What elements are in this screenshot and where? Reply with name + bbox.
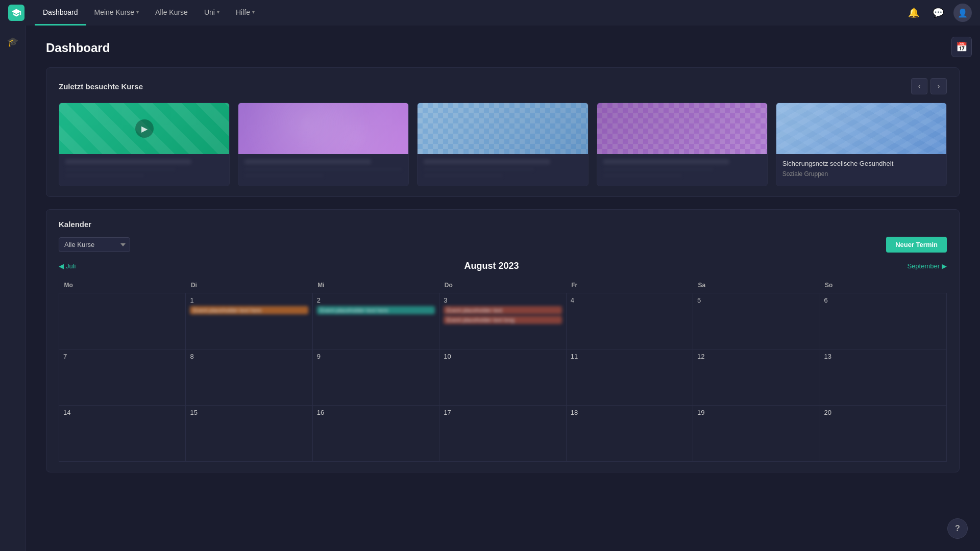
day-num-2: 2 (317, 296, 435, 304)
course-name-5: Sicherungsnetz seelische Gesundheit (782, 159, 940, 168)
topnav-right: 🔔 💬 👤 (904, 4, 972, 22)
day-7[interactable]: 7 (59, 349, 186, 406)
course-name-blur-1 (65, 159, 191, 164)
calendar-week-1: 1 Event placeholder text here 2 Event pl… (59, 293, 947, 349)
courses-next-button[interactable]: › (930, 78, 947, 94)
calendar-controls: Alle KurseMeine Kurse Neuer Termin (59, 237, 947, 253)
courses-prev-button[interactable]: ‹ (911, 78, 927, 94)
day-num-16: 16 (317, 409, 435, 416)
day-num-4: 4 (571, 296, 689, 304)
day-11[interactable]: 11 (566, 349, 693, 406)
new-event-button[interactable]: Neuer Termin (886, 237, 947, 253)
nav-dashboard[interactable]: Dashboard (35, 0, 86, 26)
day-6[interactable]: 6 (820, 293, 946, 349)
graduation-icon: 🎓 (7, 36, 18, 47)
day-num-9: 9 (317, 353, 435, 360)
day-4[interactable]: 4 (566, 293, 693, 349)
col-so: So (820, 278, 946, 293)
calendar-week-2: 7 8 9 10 11 (59, 349, 947, 406)
user-avatar-icon: 👤 (958, 8, 968, 18)
day-3[interactable]: 3 Event placeholder text Event placehold… (439, 293, 566, 349)
day-num-18: 18 (571, 409, 689, 416)
day-num-15: 15 (190, 409, 308, 416)
day-9[interactable]: 9 (312, 349, 439, 406)
top-navigation: Dashboard Meine Kurse ▾ Alle Kurse Uni ▾… (0, 0, 980, 26)
col-fr: Fr (566, 278, 693, 293)
calendar-title: Kalender (59, 220, 91, 229)
day-5[interactable]: 5 (693, 293, 820, 349)
day-num-1: 1 (190, 296, 308, 304)
cal-event-3-2: Event placeholder text long (444, 316, 561, 324)
fab-calendar-button[interactable]: 📅 (951, 37, 972, 57)
day-empty[interactable] (59, 293, 186, 349)
recently-visited-title: Zuletzt besuchte Kurse (59, 82, 143, 91)
calendar-icon: 📅 (956, 41, 967, 53)
app-logo[interactable] (8, 5, 24, 21)
course-sub-blur2-2 (244, 173, 324, 178)
course-info-3 (418, 154, 587, 186)
day-16[interactable]: 16 (312, 406, 439, 462)
cal-event-1-1: Event placeholder text here (190, 306, 308, 314)
nav-meine-kurse[interactable]: Meine Kurse ▾ (86, 0, 148, 26)
col-mi: Mi (312, 278, 439, 293)
notification-button[interactable]: 🔔 (904, 4, 923, 22)
calendar-course-filter[interactable]: Alle KurseMeine Kurse (59, 237, 130, 252)
cal-event-3-1: Event placeholder text (444, 306, 561, 314)
nav-hilfe[interactable]: Hilfe ▾ (228, 0, 263, 26)
sidebar-graduation-button[interactable]: 🎓 (3, 32, 23, 52)
day-17[interactable]: 17 (439, 406, 566, 462)
day-num-7: 7 (63, 353, 181, 360)
day-1[interactable]: 1 Event placeholder text here (186, 293, 312, 349)
section-header: Zuletzt besuchte Kurse ‹ › (59, 78, 947, 94)
day-18[interactable]: 18 (566, 406, 693, 462)
day-13[interactable]: 13 (820, 349, 946, 406)
prev-arrow-icon: ◀ (59, 262, 64, 270)
day-15[interactable]: 15 (186, 406, 312, 462)
course-card-2[interactable] (238, 103, 409, 186)
day-num-12: 12 (697, 353, 815, 360)
day-8[interactable]: 8 (186, 349, 312, 406)
day-num-14: 14 (63, 409, 181, 416)
course-thumb-5 (776, 103, 946, 154)
course-card-5[interactable]: Sicherungsnetz seelische Gesundheit Sozi… (776, 103, 947, 186)
day-num-19: 19 (697, 409, 815, 416)
prev-month-link[interactable]: ◀ Juli (59, 262, 76, 270)
day-num-6: 6 (824, 296, 942, 304)
day-2[interactable]: 2 Event placeholder text here (312, 293, 439, 349)
nav-alle-kurse[interactable]: Alle Kurse (147, 0, 196, 26)
calendar-month-title: August 2023 (76, 261, 908, 271)
day-num-20: 20 (824, 409, 942, 416)
day-12[interactable]: 12 (693, 349, 820, 406)
calendar-header-row: Mo Di Mi Do Fr Sa So (59, 278, 947, 293)
course-thumb-2 (238, 103, 408, 154)
bell-icon: 🔔 (908, 7, 919, 18)
recently-visited-section: Zuletzt besuchte Kurse ‹ › ▶ (46, 67, 960, 197)
course-thumb-1: ▶ (59, 103, 229, 154)
course-nav-arrows: ‹ › (911, 78, 947, 94)
day-num-13: 13 (824, 353, 942, 360)
nav-links: Dashboard Meine Kurse ▾ Alle Kurse Uni ▾… (35, 0, 904, 26)
course-card-1[interactable]: ▶ (59, 103, 230, 186)
day-10[interactable]: 10 (439, 349, 566, 406)
col-sa: Sa (693, 278, 820, 293)
course-sub-blur-2 (244, 167, 402, 171)
user-avatar-button[interactable]: 👤 (953, 4, 972, 22)
day-20[interactable]: 20 (820, 406, 946, 462)
day-num-10: 10 (444, 353, 561, 360)
nav-uni[interactable]: Uni ▾ (196, 0, 228, 26)
course-sub-blur2-4 (603, 173, 682, 178)
play-icon-1: ▶ (135, 119, 154, 138)
col-mo: Mo (59, 278, 186, 293)
next-month-link[interactable]: September ▶ (907, 262, 947, 270)
course-card-4[interactable] (597, 103, 768, 186)
main-content: Dashboard Zuletzt besuchte Kurse ‹ › ▶ (26, 26, 980, 551)
day-num-11: 11 (571, 353, 689, 360)
day-14[interactable]: 14 (59, 406, 186, 462)
fab-help-button[interactable]: ? (947, 518, 968, 539)
course-sub-blur2-3 (424, 173, 503, 178)
course-name-blur-4 (603, 159, 729, 164)
course-card-3[interactable] (417, 103, 588, 186)
day-19[interactable]: 19 (693, 406, 820, 462)
messages-button[interactable]: 💬 (929, 4, 947, 22)
col-di: Di (186, 278, 312, 293)
